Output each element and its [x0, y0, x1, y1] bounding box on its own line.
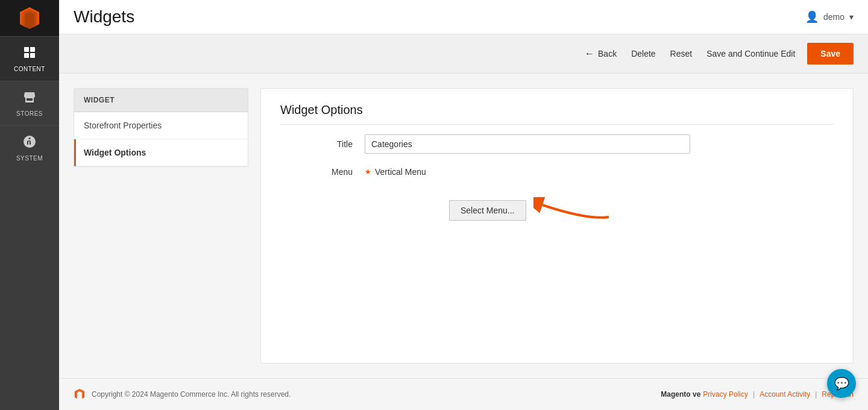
left-panel: WIDGET Storefront Properties Widget Opti…	[74, 88, 248, 167]
select-menu-button[interactable]: Select Menu...	[449, 200, 526, 221]
storefront-properties-tab[interactable]: Storefront Properties	[74, 112, 248, 139]
widget-section-header: WIDGET	[74, 89, 248, 112]
menu-value: Vertical Menu	[375, 167, 426, 177]
user-dropdown-icon: ▾	[849, 12, 854, 22]
menu-value-container: ★ Vertical Menu	[365, 167, 426, 177]
footer-separator-1: |	[753, 390, 755, 399]
privacy-policy-link[interactable]: Privacy Policy	[703, 390, 748, 399]
arrow-icon	[533, 190, 612, 226]
title-form-row: Title	[280, 134, 834, 154]
sidebar-item-content-label: CONTENT	[14, 66, 45, 72]
delete-button[interactable]: Delete	[629, 45, 658, 62]
sidebar-item-stores[interactable]: STORES	[0, 81, 59, 125]
system-icon	[22, 134, 37, 153]
select-menu-container: Select Menu...	[365, 190, 834, 228]
footer-separator-2: |	[815, 390, 817, 399]
user-menu[interactable]: 👤 demo ▾	[805, 10, 854, 24]
right-panel: Widget Options Title Menu ★ Vertical Me	[260, 88, 854, 364]
back-button[interactable]: ← Back	[582, 45, 619, 63]
widget-options-title: Widget Options	[280, 103, 834, 125]
toolbar: ← Back Delete Reset Save and Continue Ed…	[59, 34, 868, 74]
footer-magento-version-label: Magento ve	[661, 390, 700, 399]
sidebar-item-system-label: SYSTEM	[16, 155, 43, 162]
stores-icon	[22, 90, 37, 108]
user-icon: 👤	[805, 10, 819, 24]
arrow-annotation	[533, 190, 612, 228]
footer-right: Magento ve Privacy Policy | Account Acti…	[661, 390, 854, 399]
sidebar-item-content[interactable]: CONTENT	[0, 36, 59, 81]
main: Widgets 👤 demo ▾ ← Back Delete Reset Sav…	[59, 0, 868, 410]
chat-icon: 💬	[834, 376, 849, 391]
account-activity-link[interactable]: Account Activity	[760, 390, 810, 399]
page-title: Widgets	[74, 7, 134, 27]
footer-magento-icon	[74, 388, 86, 400]
footer: Copyright © 2024 Magento Commerce Inc. A…	[59, 378, 868, 410]
magento-logo-icon	[17, 6, 42, 30]
page-header: Widgets 👤 demo ▾	[59, 0, 868, 34]
app-wrapper: CONTENT STORES SYSTEM Widgets 👤 demo ▾	[0, 0, 868, 410]
widget-options-tab[interactable]: Widget Options	[74, 139, 248, 166]
menu-form-row: Menu ★ Vertical Menu	[280, 167, 834, 177]
sidebar-logo[interactable]	[0, 0, 59, 36]
save-button[interactable]: Save	[807, 43, 854, 65]
save-continue-button[interactable]: Save and Continue Edit	[704, 45, 797, 62]
content-icon	[22, 45, 37, 63]
svg-marker-2	[25, 12, 34, 29]
svg-rect-3	[24, 47, 29, 52]
required-star-icon: ★	[365, 168, 371, 176]
svg-rect-5	[24, 53, 29, 58]
sidebar-item-system[interactable]: SYSTEM	[0, 125, 59, 170]
footer-left: Copyright © 2024 Magento Commerce Inc. A…	[74, 388, 291, 400]
reset-button[interactable]: Reset	[668, 45, 695, 62]
title-label: Title	[280, 139, 353, 149]
sidebar: CONTENT STORES SYSTEM	[0, 0, 59, 410]
user-name: demo	[823, 12, 844, 22]
svg-rect-4	[30, 47, 35, 52]
svg-rect-6	[30, 53, 35, 58]
content-area: WIDGET Storefront Properties Widget Opti…	[59, 74, 868, 378]
back-arrow-icon: ←	[585, 48, 594, 59]
chat-button[interactable]: 💬	[827, 369, 856, 398]
menu-label: Menu	[280, 167, 353, 177]
title-input[interactable]	[365, 134, 690, 154]
sidebar-item-stores-label: STORES	[16, 110, 43, 117]
footer-copyright: Copyright © 2024 Magento Commerce Inc. A…	[92, 390, 291, 399]
